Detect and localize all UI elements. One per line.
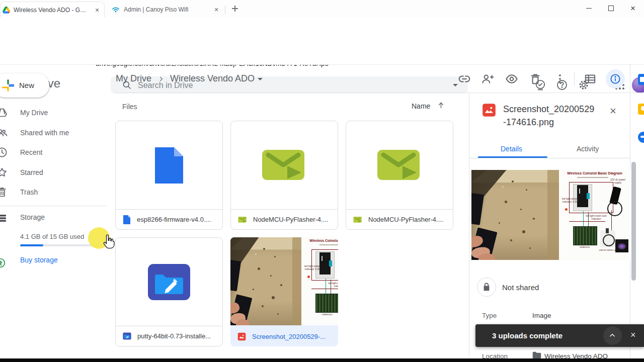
file-card-pyflasher-2[interactable]: NodeMCU-PyFlasher-4.... <box>346 121 453 230</box>
file-caption: NodeMCU-PyFlasher-4.... <box>231 209 338 229</box>
pyflasher-app-icon <box>261 149 307 182</box>
tab-details[interactable]: Details <box>501 145 522 153</box>
star-icon <box>0 166 8 178</box>
file-card-putty[interactable]: putty-64bit-0.73-installe... <box>115 237 223 346</box>
toast-collapse-button[interactable] <box>603 326 622 345</box>
tab-close-icon[interactable]: × <box>93 6 101 14</box>
share-add-person-icon[interactable] <box>481 72 494 85</box>
sidebar-item-recent[interactable]: Recent <box>0 142 111 162</box>
file-caption: NodeMCU-PyFlasher-4.... <box>346 209 453 229</box>
file-caption: putty-64bit-0.73-installe... <box>116 326 222 346</box>
upload-toast: 3 uploads complete × <box>475 324 644 347</box>
tab-activity[interactable]: Activity <box>577 145 599 153</box>
file-name: NodeMCU-PyFlasher-4.... <box>253 216 329 223</box>
delete-trash-icon[interactable] <box>529 72 542 85</box>
diagram-label: led light power indicator 3.3V <box>560 197 580 203</box>
sort-by-name[interactable]: Name <box>412 102 430 110</box>
file-name: esp8266-firmware-v4.0.... <box>137 216 211 223</box>
bottom-bar <box>0 358 644 362</box>
new-button[interactable]: New <box>0 73 49 98</box>
sidebar-item-trash[interactable]: Trash <box>0 182 111 202</box>
diagram-label: 12V dc power supply <box>606 178 629 184</box>
file-generic-blue-icon <box>155 147 183 184</box>
file-name: putty-64bit-0.73-installe... <box>137 332 211 340</box>
type-label: Type <box>482 312 497 319</box>
content-divider <box>115 93 644 93</box>
pyflasher-app-icon <box>376 149 423 182</box>
sidebar-item-shared-with-me[interactable]: Shared with me <box>0 123 111 143</box>
chevron-up-icon <box>608 332 616 339</box>
diagram-label: led light insert coin indicator <box>585 214 607 220</box>
diagram-title: Wireless Coinslot Basic Diagram <box>301 239 338 242</box>
search-options-caret-icon[interactable] <box>453 84 458 86</box>
address-bar: drive.google.com/drive/u/2/folders/1iXRL… <box>0 18 644 35</box>
tab-separator <box>225 6 225 14</box>
diagram-label: led light power indicator 3.3V <box>302 264 323 270</box>
folder-menu-caret-icon[interactable] <box>258 78 263 80</box>
breadcrumb-current[interactable]: Wireless Vendo ADO <box>170 73 255 84</box>
file-card-screenshot-selected[interactable]: Wireless Coinslot Basic Diagram 12V dc p… <box>230 237 338 346</box>
files-section-label: Files <box>122 103 137 111</box>
list-view-icon[interactable] <box>584 72 597 85</box>
file-name: Screenshot_20200529-... <box>252 333 326 340</box>
sidebar-divider <box>0 206 107 206</box>
tab-strip: Wireless Vendo ADO - Google D × Admin | … <box>0 0 644 18</box>
pyflasher-app-icon <box>238 216 247 223</box>
maximize-button[interactable] <box>600 0 622 17</box>
sort-direction-icon[interactable] <box>437 101 445 110</box>
breadcrumb-root[interactable]: My Drive <box>116 73 151 84</box>
trash-icon <box>0 186 8 198</box>
minimize-button[interactable] <box>578 0 600 17</box>
file-caption: Screenshot_20200529-... <box>230 326 338 346</box>
details-preview-image[interactable]: Wireless Coinslot Basic Diagram 12V dc p… <box>471 170 630 260</box>
diagram-label: nodemcu <box>315 313 338 316</box>
folder-icon <box>532 351 541 359</box>
lock-circle <box>477 278 496 297</box>
tab-title: Admin | Canoy Piso Wifi <box>124 6 204 13</box>
file-card-esp8266[interactable]: esp8266-firmware-v4.0.... <box>115 121 223 230</box>
lock-icon <box>482 283 491 292</box>
tab-admin[interactable]: Admin | Canoy Piso Wifi × <box>105 2 225 18</box>
file-name: NodeMCU-PyFlasher-4.... <box>368 216 444 223</box>
close-panel-icon[interactable]: × <box>610 105 616 118</box>
preview-eye-icon[interactable] <box>505 72 518 85</box>
google-plus-icon <box>1 78 15 93</box>
toast-close-icon[interactable]: × <box>630 330 636 340</box>
more-actions-icon[interactable] <box>553 72 567 85</box>
storage-title[interactable]: Storage <box>20 213 45 221</box>
file-thumbnail <box>116 121 222 209</box>
get-link-icon[interactable] <box>458 72 471 85</box>
calendar-rail-icon[interactable] <box>638 74 644 85</box>
diagram-title: Wireless Coinslot Basic Diagram <box>559 171 630 175</box>
sharing-status: Not shared <box>502 283 539 292</box>
keep-rail-icon[interactable] <box>638 104 644 115</box>
storage-icon <box>0 212 8 224</box>
breadcrumb-chevron-icon <box>157 75 165 82</box>
buy-storage-icon <box>0 257 6 268</box>
people-icon <box>0 127 8 139</box>
my-drive-icon <box>0 107 8 119</box>
image-red-icon <box>237 332 246 341</box>
sidebar-item-my-drive[interactable]: My Drive <box>0 103 111 123</box>
wifi-favicon <box>112 6 120 13</box>
info-panel-toggle[interactable] <box>606 69 625 88</box>
tab-title: Wireless Vendo ADO - Google D <box>14 7 89 14</box>
buy-storage-link[interactable]: Buy storage <box>20 256 58 264</box>
diagram-label: nodemcu <box>573 245 596 248</box>
putty-installer-icon <box>123 332 131 340</box>
new-tab-button[interactable] <box>230 4 239 13</box>
tasks-rail-icon[interactable] <box>638 132 644 143</box>
sidebar-item-starred[interactable]: Starred <box>0 162 111 183</box>
tab-close-icon[interactable]: × <box>212 6 220 14</box>
tab-drive[interactable]: Wireless Vendo ADO - Google D × <box>0 2 105 18</box>
drive-favicon <box>3 7 10 14</box>
file-thumbnail <box>231 121 338 209</box>
screenshot-thumbnail: Wireless Coinslot Basic Diagram 12V dc p… <box>230 237 338 325</box>
close-window-button[interactable]: × <box>622 0 644 17</box>
storage-usage: 4.1 GB of 15 GB used <box>20 233 84 240</box>
file-thumbnail <box>346 121 453 209</box>
storage-progress-fill <box>20 244 43 246</box>
new-button-label: New <box>19 81 34 89</box>
file-card-pyflasher-1[interactable]: NodeMCU-PyFlasher-4.... <box>230 121 338 230</box>
panel-scrollbar[interactable] <box>631 162 636 281</box>
